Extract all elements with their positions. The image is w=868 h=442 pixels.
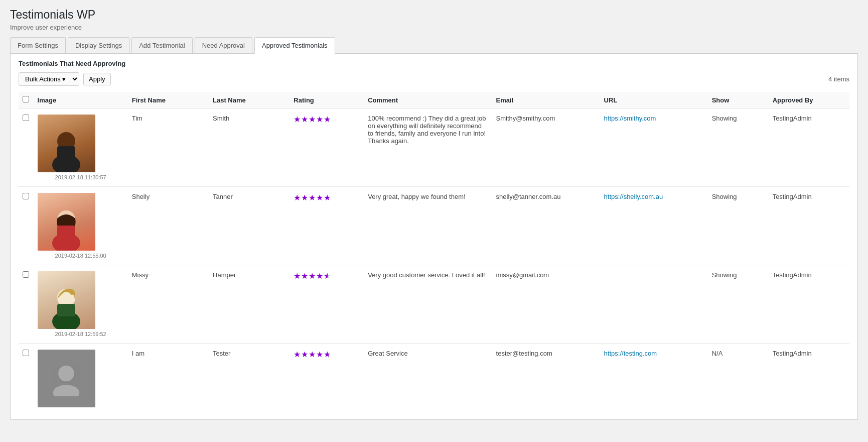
row-timestamp: 2019-02-18 12:59:52 [38,331,124,337]
row-url-cell: https://smithy.com [600,108,708,187]
stars-display: ★★★★★★ [294,272,331,280]
row-approved-by: TestingAdmin [769,265,849,344]
svg-rect-8 [57,304,75,316]
tab-form-settings[interactable]: Form Settings [10,37,66,53]
row-last-name: Tester [209,344,290,414]
row-checkbox[interactable] [23,350,29,356]
th-image: Image [34,92,128,108]
app-title: Testimonials WP [10,8,858,22]
row-approved-by: TestingAdmin [769,108,849,187]
tab-display-settings[interactable]: Display Settings [68,37,129,53]
table-header-row: Image First Name Last Name Rating Commen… [19,92,849,108]
table-row: 2019-02-18 12:55:00 Shelly Tanner ★★★★★ … [19,187,849,265]
tab-approved-testimonials[interactable]: Approved Testimonials [254,37,335,54]
apply-button[interactable]: Apply [83,73,111,85]
row-show: Showing [708,108,769,187]
row-timestamp: 2019-02-18 11:30:57 [38,174,124,180]
content-area: Testimonials That Need Approving Bulk Ac… [10,54,858,420]
row-first-name: Tim [128,108,209,187]
row-last-name: Smith [209,108,290,187]
row-rating: ★★★★★ [290,344,364,414]
table-row: 2019-02-18 12:59:52 Missy Hamper ★★★★★★ … [19,265,849,344]
row-first-name: I am [128,344,209,414]
th-show: Show [708,92,769,108]
row-last-name: Hamper [209,265,290,344]
row-comment: 100% recommend :) They did a great job o… [364,108,492,187]
row-checkbox-cell [19,187,34,265]
section-heading: Testimonials That Need Approving [19,60,849,67]
stars-display: ★★★★★ [294,350,331,359]
row-email: tester@testing.com [492,344,600,414]
select-all-checkbox[interactable] [23,96,29,102]
tab-add-testimonial[interactable]: Add Testimonial [131,37,193,53]
row-show: N/A [708,344,769,414]
row-comment: Very good customer service. Loved it all… [364,265,492,344]
table-row: 2019-02-18 11:30:57 Tim Smith ★★★★★ 100%… [19,108,849,187]
row-approved-by: TestingAdmin [769,187,849,265]
row-email: Smithy@smithy.com [492,108,600,187]
stars-display: ★★★★★ [294,193,331,202]
row-show: Showing [708,187,769,265]
th-last-name: Last Name [209,92,290,108]
row-checkbox[interactable] [23,271,29,278]
url-link[interactable]: https://smithy.com [604,115,656,122]
url-link[interactable]: https://testing.com [604,350,657,357]
bulk-actions-select[interactable]: Bulk Actions ▾ [19,72,79,86]
svg-rect-5 [57,226,75,238]
row-comment: Great Service [364,344,492,414]
row-approved-by: TestingAdmin [769,344,849,414]
row-first-name: Shelly [128,187,209,265]
stars-display: ★★★★★ [294,115,331,124]
row-last-name: Tanner [209,187,290,265]
th-approved-by: Approved By [769,92,849,108]
testimonials-table: Image First Name Last Name Rating Commen… [19,92,849,413]
row-checkbox-cell [19,344,34,414]
app-subtitle: Improve user experience [10,24,858,31]
row-url-cell: https://testing.com [600,344,708,414]
row-image-cell [34,344,128,414]
svg-point-10 [53,385,80,396]
row-checkbox[interactable] [23,193,29,199]
page-wrapper: Testimonials WP Improve user experience … [0,0,868,442]
row-rating: ★★★★★★ [290,265,364,344]
th-checkbox [19,92,34,108]
items-count: 4 items [828,75,849,83]
row-rating: ★★★★★ [290,108,364,187]
row-image-cell: 2019-02-18 12:59:52 [34,265,128,344]
row-checkbox-cell [19,265,34,344]
svg-point-9 [58,365,74,381]
row-url-cell: https://shelly.com.au [600,187,708,265]
row-rating: ★★★★★ [290,187,364,265]
url-link[interactable]: https://shelly.com.au [604,193,663,200]
row-checkbox-cell [19,108,34,187]
row-image-cell: 2019-02-18 11:30:57 [34,108,128,187]
row-first-name: Missy [128,265,209,344]
row-url-cell [600,265,708,344]
th-email: Email [492,92,600,108]
svg-rect-2 [57,146,75,160]
th-url: URL [600,92,708,108]
toolbar: Bulk Actions ▾ Apply 4 items [19,72,849,86]
row-image-cell: 2019-02-18 12:55:00 [34,187,128,265]
row-timestamp: 2019-02-18 12:55:00 [38,253,124,259]
tab-bar: Form Settings Display Settings Add Testi… [10,37,858,54]
row-email: shelly@tanner.com.au [492,187,600,265]
tab-need-approval[interactable]: Need Approval [195,37,252,53]
row-show: Showing [708,265,769,344]
th-first-name: First Name [128,92,209,108]
th-comment: Comment [364,92,492,108]
th-rating: Rating [290,92,364,108]
row-email: missy@gmail.com [492,265,600,344]
row-comment: Very great, happy we found them! [364,187,492,265]
table-row: I am Tester ★★★★★ Great Service tester@t… [19,344,849,414]
row-checkbox[interactable] [23,115,29,121]
